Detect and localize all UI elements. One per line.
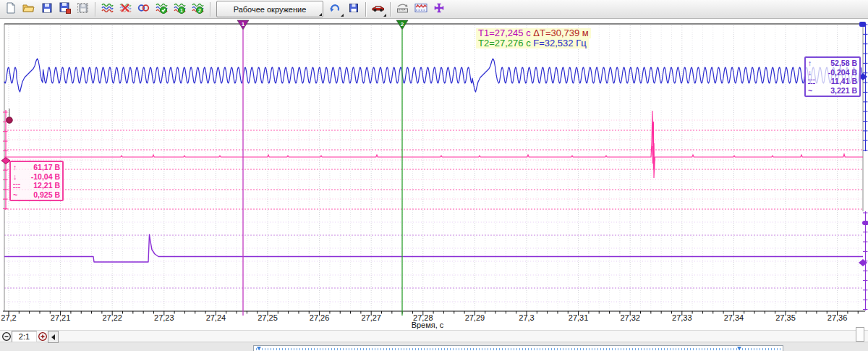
max-arrow-up-icon: ↑ <box>13 163 22 172</box>
zoom-in-button[interactable] <box>37 331 48 342</box>
svg-text:27,31: 27,31 <box>569 313 589 322</box>
main-toolbar: 1 2 Рабочее окружение <box>0 0 868 19</box>
mean-value: 12,21 В <box>22 181 60 190</box>
save-selection-icon <box>77 2 89 17</box>
preview-range-slider[interactable] <box>253 345 783 351</box>
plot-vertical-scrollbar[interactable] <box>856 327 864 342</box>
waves-one-button[interactable]: 1 <box>171 1 189 17</box>
measurement-box-blue-channel[interactable]: ↑52,58 В ↓-0,204 В 11,41 В ~3,221 В <box>804 56 861 97</box>
measure-row-max: ↑52,58 В <box>808 59 857 68</box>
svg-text:27,27: 27,27 <box>361 313 381 322</box>
toolbar-separator <box>365 2 366 17</box>
svg-text:27,2: 27,2 <box>1 313 16 322</box>
toolbar-separator <box>210 2 210 17</box>
svg-text:27,23: 27,23 <box>154 313 174 322</box>
svg-text:Время, с: Время, с <box>412 321 444 329</box>
cursor-readout-line2: T2=27,276 с F=32,532 Гц <box>476 38 589 48</box>
waves-close-button[interactable] <box>116 1 135 17</box>
left-arrow-icon <box>51 334 55 340</box>
cursor-readout: T1=27,245 с ΔT=30,739 м T2=27,276 с F=32… <box>476 28 591 48</box>
save-workspace-icon <box>348 2 359 17</box>
ac-value: 0,925 В <box>22 190 60 199</box>
save-button[interactable] <box>38 1 56 17</box>
undo-icon <box>329 2 341 17</box>
undo-button[interactable] <box>326 1 344 17</box>
waves-accept-icon <box>156 2 168 17</box>
waves-close-icon <box>119 2 132 17</box>
min-value: -10,04 В <box>22 172 60 181</box>
min-arrow-down-icon: ↓ <box>13 172 22 181</box>
min-value: -0,204 В <box>817 68 857 77</box>
measure-row-mean: 11,41 В <box>808 77 857 86</box>
svg-text:1: 1 <box>242 21 245 28</box>
cursor-readout-line1: T1=27,245 с ΔT=30,739 м <box>476 28 591 38</box>
open-file-button[interactable] <box>20 1 38 17</box>
delta-t-value: ΔT=30,739 м <box>531 28 589 38</box>
workspace-dropdown-label: Рабочее окружение <box>234 5 307 14</box>
svg-text:27,25: 27,25 <box>258 313 278 322</box>
new-file-button[interactable] <box>1 1 20 17</box>
align-cross-icon <box>433 2 445 17</box>
svg-text:27,26: 27,26 <box>310 313 330 322</box>
status-bar <box>0 330 868 342</box>
car-mode-button[interactable] <box>369 1 387 17</box>
svg-text:27,24: 27,24 <box>206 313 226 322</box>
max-value: 52,58 В <box>817 59 857 67</box>
measure-row-max: ↑61,17 В <box>13 163 60 172</box>
mean-value: 11,41 В <box>817 77 857 85</box>
save-as-button[interactable] <box>56 1 74 17</box>
save-selection-button[interactable] <box>74 1 92 17</box>
waves-two-icon: 2 <box>192 2 204 17</box>
ac-tilde-icon: ~ <box>13 190 22 199</box>
zoom-in-icon <box>38 331 48 342</box>
oscilloscope-plot[interactable]: 27,227,2127,2227,2327,2427,2527,2627,272… <box>0 0 868 330</box>
scroll-left-button[interactable] <box>48 331 59 343</box>
zoom-out-button[interactable] <box>1 331 12 342</box>
dropdown-corner-arrow-icon <box>341 14 344 17</box>
svg-text:27,22: 27,22 <box>102 313 122 322</box>
frequency-value: F=32,532 Гц <box>531 38 587 48</box>
mean-dashes-icon <box>808 77 817 85</box>
svg-text:27,3: 27,3 <box>519 313 534 322</box>
measure-row-ac: ~0,925 В <box>13 190 60 200</box>
measure-row-min: ↓-10,04 В <box>13 172 60 182</box>
measure-ruler-button[interactable] <box>393 1 412 17</box>
min-arrow-down-icon: ↓ <box>808 68 817 77</box>
max-value: 61,17 В <box>22 163 60 172</box>
slider-left-marker[interactable] <box>257 347 261 350</box>
waves-loop-button[interactable] <box>135 1 153 17</box>
svg-text:1: 1 <box>180 7 183 12</box>
slider-right-marker[interactable] <box>737 347 741 350</box>
workspace-dropdown[interactable]: Рабочее окружение <box>216 1 323 17</box>
waves-all-button[interactable] <box>98 1 116 17</box>
mean-dashes-icon <box>13 181 22 190</box>
waves-two-button[interactable]: 2 <box>189 1 207 17</box>
svg-text:27,35: 27,35 <box>775 313 796 322</box>
toolbar-separator <box>390 2 391 17</box>
waves-one-icon: 1 <box>174 2 186 17</box>
measurement-box-pink-channel[interactable]: ↑61,17 В ↓-10,04 В 12,21 В ~0,925 В <box>9 161 64 201</box>
waves-accept-button[interactable] <box>153 1 171 17</box>
save-icon <box>41 2 53 17</box>
ac-tilde-icon: ~ <box>808 86 817 95</box>
measure-row-mean: 12,21 В <box>13 181 60 190</box>
waves-loop-icon <box>137 2 150 17</box>
waves-all-icon <box>101 2 114 17</box>
toolbar-separator <box>95 2 95 17</box>
align-cross-button[interactable] <box>430 1 448 17</box>
save-workspace-button[interactable] <box>344 1 362 17</box>
save-as-icon <box>59 2 71 17</box>
svg-text:2: 2 <box>401 21 404 28</box>
zoom-ratio: 2:1 <box>12 331 37 342</box>
svg-text:27,34: 27,34 <box>724 313 744 322</box>
measure-ruler-icon <box>396 2 409 17</box>
open-folder-icon <box>22 2 35 17</box>
signal-panel-button[interactable] <box>412 1 430 17</box>
ac-value: 3,221 В <box>817 86 857 95</box>
svg-text:27,36: 27,36 <box>827 313 848 322</box>
svg-text:27,32: 27,32 <box>620 313 640 322</box>
dropdown-corner-arrow-icon <box>319 13 322 16</box>
new-file-icon <box>5 2 17 17</box>
max-arrow-up-icon: ↑ <box>808 59 817 67</box>
svg-text:27,21: 27,21 <box>51 313 71 322</box>
